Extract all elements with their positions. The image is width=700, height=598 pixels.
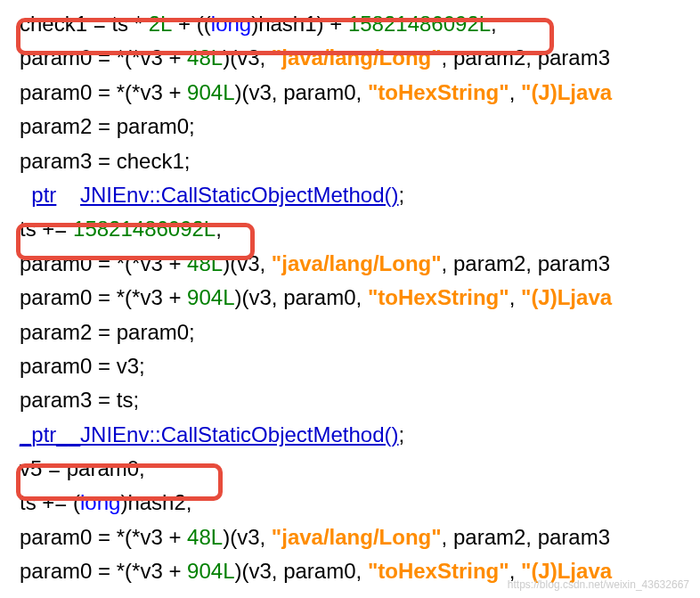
code-line-7: ts += 15821486092L; bbox=[9, 212, 691, 246]
code-line-10: param2 = param0; bbox=[9, 315, 691, 349]
code-line-1: check1 = ts * 2L + ((long)hash1) + 15821… bbox=[9, 7, 691, 41]
code-line-6: ptr JNIEnv::CallStaticObjectMethod(); bbox=[9, 178, 691, 212]
code-line-11: param0 = v3; bbox=[9, 349, 691, 383]
code-line-15: ts += (long)hash2; bbox=[9, 486, 691, 520]
code-block: check1 = ts * 2L + ((long)hash1) + 15821… bbox=[9, 7, 691, 598]
code-line-17: param0 = *(*v3 + 904L)(v3, param0, "toHe… bbox=[9, 554, 691, 588]
code-line-14: v5 = param0; bbox=[9, 452, 691, 486]
code-line-5: param3 = check1; bbox=[9, 144, 691, 178]
code-line-16: param0 = *(*v3 + 48L)(v3, "java/lang/Lon… bbox=[9, 520, 691, 554]
code-line-13: _ptr__JNIEnv::CallStaticObjectMethod(); bbox=[9, 418, 691, 452]
code-line-12: param3 = ts; bbox=[9, 383, 691, 417]
code-line-3: param0 = *(*v3 + 904L)(v3, param0, "toHe… bbox=[9, 76, 691, 110]
code-line-2: param0 = *(*v3 + 48L)(v3, "java/lang/Lon… bbox=[9, 41, 691, 75]
code-line-8: param0 = *(*v3 + 48L)(v3, "java/lang/Lon… bbox=[9, 247, 691, 281]
code-line-4: param2 = param0; bbox=[9, 110, 691, 143]
code-line-18: param2 = param0; bbox=[9, 589, 691, 598]
code-line-9: param0 = *(*v3 + 904L)(v3, param0, "toHe… bbox=[9, 281, 691, 315]
